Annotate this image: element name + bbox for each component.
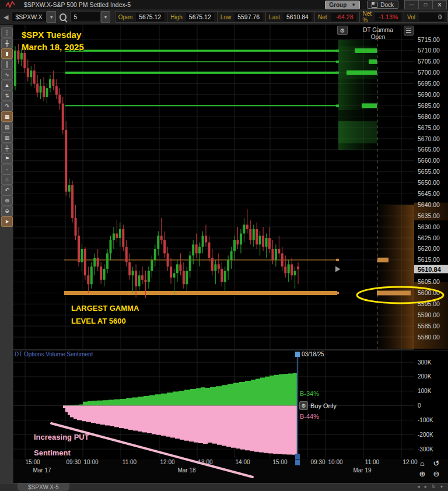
tool-candle-chart-icon[interactable]: ▮ — [1, 48, 13, 59]
svg-text:5620.00: 5620.00 — [418, 245, 440, 252]
cursor-icon: ➤ — [5, 219, 9, 225]
put-sentiment-annotation[interactable]: Increasing PUT Sentiment — [34, 429, 89, 461]
quote-label: Low — [220, 14, 231, 20]
svg-text:Mar 19: Mar 19 — [353, 467, 372, 474]
svg-text:5700.00: 5700.00 — [418, 69, 440, 76]
time-cursor-date-label: 03/18/25 — [302, 351, 324, 357]
svg-text:5655.00: 5655.00 — [418, 168, 440, 175]
window-controls: — □ X — [404, 0, 447, 9]
chart-menu-icon[interactable] — [404, 26, 414, 36]
close-button[interactable]: X — [433, 1, 446, 9]
svg-text:100K: 100K — [418, 388, 432, 394]
svg-text:5615.00: 5615.00 — [418, 256, 440, 263]
svg-text:5705.00: 5705.00 — [418, 58, 440, 65]
tool-crosshair-icon[interactable]: ┼ — [1, 143, 13, 153]
statusbar-icons[interactable]: ◂ ▸ ↻ ▾ — [418, 484, 444, 489]
tool-volume-grid-icon[interactable]: ▦ — [1, 111, 13, 122]
tool-flag-tool-icon[interactable]: ⚑ — [1, 153, 13, 164]
symbol-dropdown[interactable]: ▼ — [47, 11, 56, 23]
svg-text:12:00: 12:00 — [160, 459, 174, 465]
symbol-input[interactable]: $SPXW.X — [12, 12, 47, 22]
tool-cursor-icon[interactable]: ➤ — [1, 216, 13, 227]
zoom-out-icon: ⊖ — [5, 208, 9, 214]
minimize-button[interactable]: — — [405, 1, 419, 9]
zoom-out-button[interactable]: ⊖ — [429, 469, 443, 479]
tool-curve-tool-icon[interactable]: ↷ — [1, 101, 13, 111]
quote-value: 5675.12 — [136, 13, 164, 21]
tool-tick-chart-icon[interactable]: ┆ — [1, 27, 13, 38]
tool-grid-icon[interactable]: ▥ — [1, 132, 13, 143]
sell-percent-label: B-44% — [300, 413, 319, 420]
quote-label: Net — [318, 14, 327, 20]
tool-line-chart-icon[interactable]: ∿ — [1, 69, 13, 80]
zoom-in-icon: ⊕ — [5, 198, 9, 204]
buy-percent-label: B-34% — [300, 390, 319, 397]
chart-annotation-date[interactable]: $SPX Tuesday March 18, 2025 — [22, 29, 84, 53]
chart-canvas[interactable]: 5715.005710.005705.005700.005695.005690.… — [0, 0, 448, 491]
svg-text:5670.00: 5670.00 — [418, 135, 440, 142]
undo-icon: ↶ — [5, 187, 9, 193]
svg-text:13:00: 13:00 — [198, 459, 212, 465]
gamma-settings-gear-icon[interactable]: ⚙ — [337, 26, 348, 35]
search-icon[interactable] — [60, 13, 66, 21]
quote-field-open: Open5675.12 — [116, 12, 167, 22]
quote-value: -1.13% — [375, 13, 401, 21]
collapse-chevron-icon[interactable]: ◀ — [4, 13, 8, 21]
zoom-in-button[interactable]: ⊕ — [415, 469, 429, 479]
buy-only-control[interactable]: ⚙ Buy Only — [299, 401, 337, 410]
svg-text:5675.00: 5675.00 — [418, 124, 440, 131]
tool-home-icon[interactable]: ⌂ — [1, 174, 13, 185]
chart-tab[interactable]: $SPXW.X-5 — [18, 483, 69, 491]
quote-value: 5610.84 — [284, 13, 312, 21]
tool-range-tool-icon[interactable]: ⇅ — [1, 90, 13, 101]
tick-chart-icon: ┆ — [5, 30, 8, 36]
reset-zoom-button[interactable]: ↺ — [429, 458, 443, 469]
symbol-toolbar: ◀ $SPXW.X ▼ 5 ▼ Open5675.12High5675.12Lo… — [0, 9, 448, 25]
quote-label: Last — [269, 14, 280, 20]
quote-field-net: Net %-1.13% — [360, 12, 405, 22]
chart-annotation-gamma[interactable]: LARGEST GAMMA LEVEL AT 5600 — [71, 302, 139, 328]
svg-text:14:00: 14:00 — [235, 459, 250, 465]
tool-area-chart-icon[interactable]: ▲ — [1, 80, 13, 90]
tool-zoom-in-icon[interactable]: ⊕ — [1, 195, 13, 206]
svg-text:5585.00: 5585.00 — [418, 322, 440, 329]
home-icon: ⌂ — [5, 177, 8, 183]
tool-ohlc-chart-icon[interactable]: ║ — [1, 59, 13, 69]
quote-field-net: Net-64.28 — [315, 12, 360, 22]
quote-value: 5675.12 — [186, 13, 214, 21]
svg-text:5640.00: 5640.00 — [418, 201, 440, 208]
svg-text:5650.00: 5650.00 — [418, 179, 440, 186]
period-dropdown[interactable]: ▼ — [101, 11, 110, 23]
group-button[interactable]: Group▼ — [325, 1, 360, 9]
svg-text:5610.84: 5610.84 — [418, 266, 442, 273]
chart-nav-controls: ⌂ ↺ ⊕ ⊖ — [415, 458, 443, 479]
svg-text:5690.00: 5690.00 — [418, 91, 440, 98]
tool-dot-tool-icon[interactable]: · — [1, 164, 13, 174]
crosshair-icon: ┼ — [5, 145, 9, 151]
svg-text:5715.00: 5715.00 — [418, 36, 440, 43]
ohlc-chart-icon: ║ — [5, 61, 9, 67]
quote-field-high: High5675.12 — [167, 12, 218, 22]
flag-tool-icon: ⚑ — [5, 156, 9, 162]
period-input[interactable]: 5 — [70, 12, 101, 22]
quote-label: High — [170, 14, 183, 20]
home-button[interactable]: ⌂ — [415, 458, 429, 469]
bar-chart-icon: ╫ — [5, 40, 9, 46]
window-title: $SPXW.X-S&P 500 PM Settled Index-5 — [24, 1, 131, 8]
grid-icon: ▥ — [5, 135, 10, 141]
quote-label: Vol — [407, 14, 415, 20]
tool-zoom-out-icon[interactable]: ⊖ — [1, 206, 13, 216]
dock-icon — [372, 2, 377, 8]
tool-panel-icon[interactable]: ▤ — [1, 122, 13, 132]
range-tool-icon: ⇅ — [5, 93, 9, 99]
tool-undo-icon[interactable]: ↶ — [1, 185, 13, 195]
sentiment-gear-icon[interactable]: ⚙ — [299, 401, 308, 410]
svg-text:Mar 18: Mar 18 — [177, 467, 196, 474]
dock-button[interactable]: Dock — [367, 1, 398, 9]
curve-tool-icon: ↷ — [5, 103, 9, 109]
svg-text:-100K: -100K — [418, 417, 433, 423]
tool-bar-chart-icon[interactable]: ╫ — [1, 38, 13, 48]
maximize-button[interactable]: □ — [419, 1, 433, 9]
drawing-toolbar: ┆╫▮║∿▲⇅↷▦▤▥┼⚑·⌂↶⊕⊖➤ + — [0, 24, 13, 491]
quote-label: Net % — [363, 10, 372, 23]
